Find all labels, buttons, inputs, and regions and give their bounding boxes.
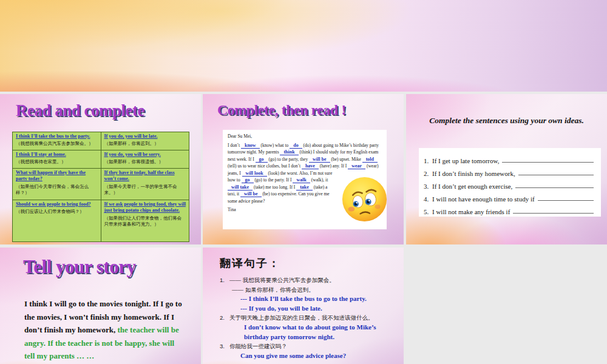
- blank-line: [518, 175, 594, 175]
- chinese-translation: （我想我将待在家里。）: [16, 159, 98, 165]
- blank-line: [515, 187, 594, 188]
- slide-thumbnail-read-and-complete[interactable]: Read and complete I think I’ll take the …: [0, 94, 201, 244]
- item-text: If I don’t get enough exercise,: [432, 183, 512, 190]
- letter-salutation: Dear Su Mei,: [228, 133, 382, 140]
- slide-thumbnail-tell-your-story[interactable]: Tell your story I think I will go to the…: [0, 248, 201, 364]
- item-number: 2.: [424, 170, 432, 177]
- slide-title: Read and complete: [16, 101, 144, 120]
- slide-title: Complete, then read !: [217, 102, 346, 118]
- item-number: 1.: [424, 157, 432, 164]
- table-cell: I think I’ll stay at home. （我想我将待在家里。）: [13, 150, 101, 169]
- translation-line: birthday party tomorrow night.: [220, 332, 400, 342]
- slide-thumbnail-complete-sentences[interactable]: Complete the sentences using your own id…: [406, 94, 607, 244]
- story-paragraph: I think I will go to the movies tonight.…: [24, 297, 186, 363]
- table-cell: If you do, you will be sorry. （如果那样，你将很遗…: [101, 150, 189, 169]
- chinese-translation: （如果今天举行，一半的学生将不会来。）: [104, 184, 186, 196]
- sentence-list-box: 1. If I get up late tomorrow, 2. If I do…: [419, 148, 601, 217]
- item-text: If I don’t finish my homework,: [432, 170, 515, 177]
- item-text: If I get up late tomorrow,: [432, 157, 499, 164]
- table-cell: I think I’ll take the bus to the party. …: [13, 132, 101, 150]
- table-cell: If you do, you will be late. （如果那样，你将迟到。…: [101, 132, 189, 150]
- translation-line: Can you give me some advice please?: [220, 351, 400, 361]
- chinese-translation: （如果那样，你将迟到。）: [104, 141, 186, 147]
- item-number: 5.: [424, 208, 432, 215]
- item-text: I will not have enough time to study if: [432, 195, 535, 203]
- slide-thumbnail-complete-then-read[interactable]: Complete, then read ! Dear Su Mei, I don…: [203, 94, 404, 244]
- translation-line: —— 如果你那样，你将会迟到。: [220, 285, 400, 295]
- english-sentence: If you do, you will be sorry.: [104, 152, 186, 158]
- item-text: I will not make any friends if: [432, 208, 510, 215]
- translation-line: --- I think I’ll take the bus to go to t…: [220, 294, 400, 304]
- english-sentence: If they have it today, half the class wo…: [104, 170, 186, 183]
- chinese-translation: （如果他们今天举行聚会，将会怎么样？）: [16, 184, 98, 196]
- english-sentence: I think I’ll stay at home.: [16, 152, 98, 158]
- slide-thumbnail-translate-sentences[interactable]: 翻译句子： 1.—— 我想我将要乘公共汽车去参加聚会。—— 如果你那样，你将会迟…: [203, 248, 404, 364]
- slide-title: Complete the sentences using your own id…: [406, 116, 607, 126]
- translation-line: I don’t know what to do about going to M…: [220, 323, 400, 332]
- list-item: 5. I will not make any friends if: [424, 203, 595, 215]
- slide-title: Tell your story: [23, 256, 135, 278]
- table-cell: If they have it today, half the class wo…: [101, 169, 189, 200]
- translation-line: 3.你能给我一些建议吗？: [220, 342, 400, 351]
- slide-title: 翻译句子：: [220, 256, 280, 271]
- sad-face-emoji: [341, 176, 388, 223]
- list-item: 2. If I don’t finish my homework,: [424, 164, 595, 177]
- item-number: 4.: [424, 195, 432, 203]
- english-sentence: Should we ask people to bring food?: [16, 201, 98, 207]
- english-sentence: If you do, you will be late.: [104, 133, 186, 140]
- english-sentence: I think I’ll take the bus to the party.: [16, 133, 98, 140]
- list-item: 3. If I don’t get enough exercise,: [424, 177, 595, 190]
- table-cell: What will happen if they have the party …: [13, 169, 101, 200]
- chinese-translation: （如果那样，你将很遗憾。）: [104, 159, 186, 165]
- english-sentence: If we ask people to bring food, they wil…: [104, 201, 186, 214]
- blank-line: [538, 200, 594, 201]
- item-number: 3.: [424, 183, 432, 190]
- banner-gradient: [0, 0, 607, 92]
- blank-line: [513, 213, 594, 214]
- translation-lines: 1.—— 我想我将要乘公共汽车去参加聚会。—— 如果你那样，你将会迟到。--- …: [220, 275, 400, 360]
- translation-line: 2.关于明天晚上参加迈克的生日聚会，我不知道该做什么。: [220, 313, 400, 323]
- list-item: 1. If I get up late tomorrow,: [424, 152, 595, 164]
- float-spacer: [381, 133, 382, 173]
- translation-line: 1.—— 我想我将要乘公共汽车去参加聚会。: [220, 275, 400, 285]
- chinese-translation: （我想我将乘公共汽车去参加聚会。）: [16, 141, 98, 147]
- chinese-translation: （如果我们让人们带来食物，他们将会只带来炸薯条和巧克力。）: [104, 215, 186, 228]
- blank-line: [502, 162, 594, 163]
- table-cell: If we ask people to bring food, they wil…: [101, 200, 189, 242]
- translation-line: --- If you do, you will be late.: [220, 304, 400, 314]
- chinese-translation: （我们应该让人们带来食物吗？）: [16, 209, 98, 215]
- sentence-table: I think I’ll take the bus to the party. …: [12, 132, 189, 242]
- table-cell: Should we ask people to bring food? （我们应…: [13, 200, 101, 242]
- english-sentence: What will happen if they have the party …: [16, 170, 98, 183]
- list-item: 4. I will not have enough time to study …: [424, 190, 595, 203]
